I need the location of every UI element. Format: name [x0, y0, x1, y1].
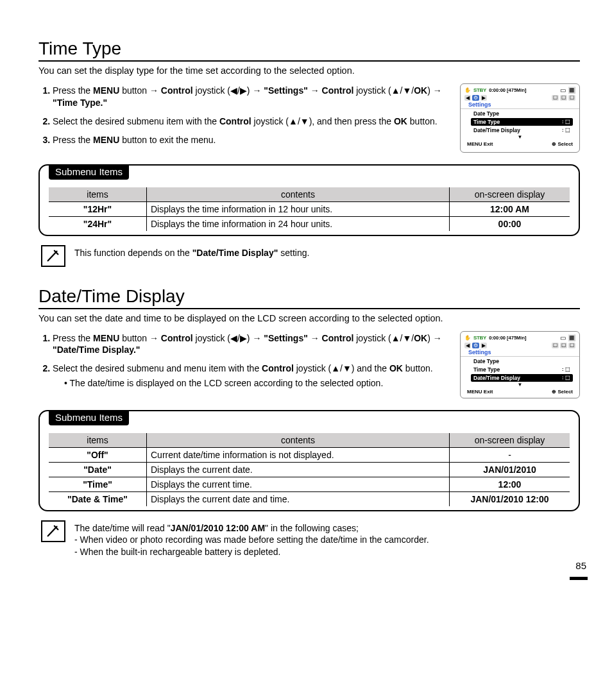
menu-label: MENU	[93, 85, 119, 96]
cell: JAN/01/2010	[450, 462, 570, 477]
page-bar	[570, 577, 588, 580]
section-title-datetime: Date/Time Display	[38, 286, 580, 309]
lcd-item: Date/Time Display: ⬚	[471, 126, 573, 134]
cell: "24Hr"	[49, 216, 147, 231]
t: ) →	[427, 333, 442, 343]
control-label: Control	[161, 333, 193, 343]
th-osd: on-screen display	[450, 187, 570, 202]
note-icon	[41, 520, 65, 542]
t: JAN/01/2010 12:00 AM	[171, 523, 265, 533]
control-label: Control	[219, 116, 251, 126]
t: joystick (◀/▶) →	[193, 85, 264, 96]
t: joystick (▲/▼), and then press the	[251, 116, 394, 126]
t: joystick (◀/▶) →	[193, 333, 264, 343]
cell: Displays the time information in 12 hour…	[147, 201, 450, 216]
cell: "Off"	[49, 447, 147, 462]
exit-label: Exit	[484, 389, 493, 395]
note-1: This function depends on the "Date/Time …	[41, 245, 580, 267]
lcd-item: Date Type	[471, 110, 573, 117]
t: "Date/Time Display"	[192, 248, 278, 258]
intro-text-2: You can set the date and time to be disp…	[38, 313, 580, 323]
th-items: items	[49, 433, 147, 448]
control-label: Control	[161, 85, 193, 96]
t: button.	[403, 363, 433, 373]
section-title-time-type: Time Type	[38, 38, 580, 62]
cell: Displays the current date and time.	[147, 491, 450, 506]
t: joystick (▲/▼) and the	[294, 363, 389, 373]
t: setting.	[278, 248, 309, 258]
intro-text: You can set the display type for the tim…	[38, 65, 580, 76]
cell: 12:00 AM	[450, 201, 570, 216]
lcd-item-selected: Date/Time Display: ⬚	[471, 374, 573, 382]
t: Select the desired submenu item with the	[53, 116, 219, 126]
cell: "12Hr"	[49, 201, 147, 216]
hand-icon: ✋	[464, 87, 471, 93]
timetype-label: "Time Type."	[53, 98, 107, 108]
steps-list-1: Press the MENU button → Control joystick…	[38, 85, 452, 146]
submenu-box-1: Submenu Items items contents on-screen d…	[38, 164, 580, 236]
t: The date/time will read "	[74, 523, 171, 533]
t: Press the	[53, 135, 93, 145]
lcd-preview-2: ✋ STBY 0:00:00 [475Min] ▭ 🔳 ◀⚙▶☐☐☐ Setti…	[460, 331, 580, 398]
select-label: Select	[557, 389, 573, 395]
settings-label: "Settings"	[264, 333, 308, 343]
datetime-label: "Date/Time Display."	[53, 345, 140, 355]
page-number: 85	[575, 560, 586, 571]
ok-label: OK	[394, 116, 407, 126]
ok-label: OK	[389, 363, 403, 373]
menu-btn-label: MENU	[467, 141, 482, 147]
control-label: Control	[322, 85, 354, 96]
submenu-tab: Submenu Items	[49, 164, 129, 180]
cell: Displays the current time.	[147, 477, 450, 491]
t: joystick (▲/▼/	[353, 333, 414, 343]
cell: "Time"	[49, 477, 147, 491]
lcd-tabs: ◀⚙▶☐☐☐	[461, 94, 579, 101]
t: Press the	[53, 333, 93, 343]
step-1: Press the MENU button → Control joystick…	[53, 85, 452, 109]
t: ) →	[427, 85, 442, 96]
steps-list-2: Press the MENU button → Control joystick…	[38, 332, 452, 390]
battery-icon: ▭ 🔳	[560, 334, 575, 341]
lcd-item: Time Type: ⬚	[471, 366, 573, 373]
control-label: Control	[262, 363, 294, 373]
cell: JAN/01/2010 12:00	[450, 491, 570, 506]
battery-icon: ▭ 🔳	[560, 87, 575, 94]
lcd-tabs: ◀⚙▶☐☐☐	[461, 342, 579, 348]
cell: Current date/time information is not dis…	[147, 447, 450, 462]
menu-label: MENU	[93, 333, 119, 343]
note-icon	[41, 245, 65, 267]
t: button →	[119, 333, 161, 343]
note-2: The date/time will read "JAN/01/2010 12:…	[41, 520, 580, 559]
cell: Displays the current date.	[147, 462, 450, 477]
th-items: items	[49, 187, 147, 202]
t: joystick (▲/▼/	[353, 85, 414, 96]
down-arrow-icon: ▼	[461, 134, 579, 140]
step-2: Select the desired submenu item with the…	[53, 115, 452, 128]
t: Select the desired submenu and menu item…	[53, 363, 262, 373]
settings-label: "Settings"	[264, 85, 308, 96]
counter-label: 0:00:00 [475Min]	[489, 335, 526, 341]
cell: 00:00	[450, 216, 570, 231]
submenu-box-2: Submenu Items items contents on-screen d…	[38, 410, 580, 511]
lcd-preview-1: ✋ STBY 0:00:00 [475Min] ▭ 🔳 ◀⚙▶☐☐☐ Setti…	[460, 83, 580, 153]
ok-label: OK	[414, 85, 427, 96]
t: button.	[407, 116, 438, 126]
th-contents: contents	[147, 433, 450, 448]
select-label: Select	[557, 141, 573, 147]
lcd-category: Settings	[461, 348, 579, 357]
exit-label: Exit	[484, 141, 493, 147]
cell: "Date & Time"	[49, 491, 147, 506]
t: Press the	[53, 85, 93, 96]
th-contents: contents	[147, 187, 450, 202]
cell: Displays the time information in 24 hour…	[147, 216, 450, 231]
stby-label: STBY	[473, 87, 486, 93]
cell: -	[450, 447, 570, 462]
ok-label: OK	[414, 333, 427, 343]
stby-label: STBY	[473, 335, 486, 341]
submenu-table-1: items contents on-screen display "12Hr" …	[49, 187, 570, 231]
lcd-category: Settings	[461, 101, 579, 109]
t: button to exit the menu.	[119, 135, 216, 145]
t: →	[308, 333, 322, 343]
bullet-text: The date/time is displayed on the LCD sc…	[64, 377, 452, 389]
control-label: Control	[322, 333, 354, 343]
